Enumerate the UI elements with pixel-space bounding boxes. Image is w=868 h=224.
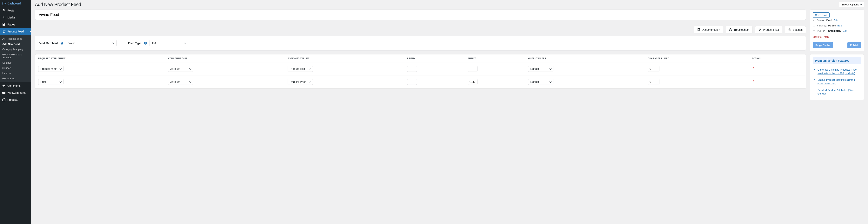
label: Posts xyxy=(7,9,14,12)
publish-button[interactable]: Publish xyxy=(847,42,861,48)
sidebar-item-product-feed[interactable]: Product Feed xyxy=(0,28,31,35)
trash-icon xyxy=(752,80,755,83)
required-attr-select[interactable]: Product name xyxy=(38,66,63,72)
required-attr-select[interactable]: Price xyxy=(38,79,63,85)
screen-options-toggle[interactable]: Screen Options xyxy=(839,2,864,7)
delete-row-button[interactable] xyxy=(752,67,755,70)
submenu-license[interactable]: License xyxy=(0,71,31,76)
edit-visibility-link[interactable]: Edit xyxy=(837,24,842,27)
table-row: Price Attribute Regular Price Default xyxy=(35,76,806,88)
svg-point-3 xyxy=(3,32,4,33)
output-filter-select[interactable]: Default xyxy=(528,66,553,72)
submenu-google-merchant[interactable]: Google Merchant Settings xyxy=(0,52,31,60)
save-draft-button[interactable]: Save Draft xyxy=(813,12,830,18)
premium-feature-link[interactable]: Detailed Product Attributes (Size, Gende… xyxy=(817,88,861,95)
output-filter-select[interactable]: Default xyxy=(528,79,553,85)
sidebar-item-products[interactable]: Products xyxy=(0,96,31,103)
settings-button[interactable]: Settings xyxy=(785,26,806,33)
feed-title-input[interactable] xyxy=(39,12,802,17)
label: Media xyxy=(7,16,15,19)
calendar-icon xyxy=(813,30,815,32)
sidebar-item-woocommerce[interactable]: WooCommerce xyxy=(0,89,31,96)
sidebar-item-posts[interactable]: Posts xyxy=(0,7,31,14)
th-prefix: PREFIX xyxy=(404,54,465,62)
gear-icon xyxy=(788,28,791,31)
edit-schedule-link[interactable]: Edit xyxy=(843,29,847,32)
char-limit-input[interactable] xyxy=(648,79,659,85)
delete-row-button[interactable] xyxy=(752,80,755,83)
publish-box: Save Draft Status: Draft Edit Visibility… xyxy=(810,9,864,51)
chevron-down-icon xyxy=(860,3,862,5)
feed-toolbar: Documentation Troubleshoot Product Filte… xyxy=(35,24,806,36)
premium-feature-item: ✓Detailed Product Attributes (Size, Gend… xyxy=(813,87,861,97)
trash-icon xyxy=(752,67,755,70)
feed-title-card xyxy=(35,9,806,20)
page-title: Add New Product Feed xyxy=(35,2,81,7)
th-action: ACTION xyxy=(749,54,806,62)
th-attr-type: ATTRIBUTE TYPE* xyxy=(165,54,284,62)
th-required: REQUIRED ATTRIBUTES* xyxy=(35,54,165,62)
prefix-input[interactable] xyxy=(407,79,417,85)
assigned-value-select[interactable]: Product Title xyxy=(287,66,313,72)
suffix-input[interactable] xyxy=(468,66,477,72)
th-filter: OUTPUT FILTER xyxy=(525,54,645,62)
th-suffix: SUFFIX xyxy=(465,54,525,62)
attr-type-select[interactable]: Attribute xyxy=(168,66,193,72)
svg-rect-6 xyxy=(2,99,5,101)
assigned-value-select[interactable]: Regular Price xyxy=(287,79,313,85)
main-content: Add New Product Feed Screen Options Docu… xyxy=(31,0,868,224)
schedule-row: Publish immediately Edit xyxy=(813,28,861,33)
submenu-support[interactable]: Support xyxy=(0,65,31,71)
product-filter-button[interactable]: Product Filter xyxy=(755,26,782,33)
label: Pages xyxy=(7,23,15,26)
submenu-settings[interactable]: Settings xyxy=(0,60,31,65)
submenu-category-mapping[interactable]: Category Mapping xyxy=(0,47,31,52)
label: WooCommerce xyxy=(7,91,26,94)
merchant-select[interactable]: Vivino xyxy=(66,40,117,46)
submenu: All Product Feeds Add New Feed Category … xyxy=(0,35,31,82)
media-icon xyxy=(2,16,6,20)
suffix-input[interactable] xyxy=(468,79,477,85)
attr-type-select[interactable]: Attribute xyxy=(168,79,193,85)
premium-feature-link[interactable]: Generate Unlimited Products (Free versio… xyxy=(817,68,861,75)
pin-icon xyxy=(2,8,6,12)
feed-config-card: Feed Merchant ? Vivino Feed Type ? XML xyxy=(35,36,806,50)
cart-icon xyxy=(2,30,6,33)
premium-title: Premium Version Features xyxy=(813,57,861,64)
woo-icon xyxy=(2,91,6,95)
eye-icon xyxy=(813,24,815,27)
submenu-get-started[interactable]: Get Started xyxy=(0,76,31,81)
label: Comments xyxy=(7,84,21,87)
sidebar-item-pages[interactable]: Pages xyxy=(0,21,31,28)
purge-cache-button[interactable]: Purge Cache xyxy=(813,42,833,48)
check-icon: ✓ xyxy=(813,68,815,75)
key-icon xyxy=(813,19,815,22)
svg-rect-2 xyxy=(3,24,5,26)
attributes-table-card: REQUIRED ATTRIBUTES* ATTRIBUTE TYPE* ASS… xyxy=(35,54,806,89)
sidebar-item-media[interactable]: Media xyxy=(0,14,31,21)
sidebar-item-dashboard[interactable]: Dashboard xyxy=(0,0,31,7)
svg-point-4 xyxy=(4,32,5,33)
submenu-add-new[interactable]: Add New Feed xyxy=(0,41,31,47)
premium-feature-item: ✓Unique Product Identifiers (Brand, GTIN… xyxy=(813,77,861,87)
help-icon[interactable]: ? xyxy=(144,42,147,45)
prefix-input[interactable] xyxy=(407,66,417,72)
svg-point-11 xyxy=(814,25,814,26)
char-limit-input[interactable] xyxy=(648,66,659,72)
attributes-table: REQUIRED ATTRIBUTES* ATTRIBUTE TYPE* ASS… xyxy=(35,54,806,88)
documentation-button[interactable]: Documentation xyxy=(694,26,723,33)
help-icon[interactable]: ? xyxy=(61,42,63,45)
filter-icon xyxy=(758,28,762,31)
status-row: Status: Draft Edit xyxy=(813,18,861,23)
submenu-all-feeds[interactable]: All Product Feeds xyxy=(0,36,31,41)
svg-rect-12 xyxy=(813,30,815,32)
move-to-trash-link[interactable]: Move to Trash xyxy=(813,35,829,38)
troubleshoot-button[interactable]: Troubleshoot xyxy=(726,26,753,33)
feed-type-select[interactable]: XML xyxy=(150,40,188,46)
sidebar-item-comments[interactable]: Comments xyxy=(0,82,31,89)
premium-feature-item: ✓Generate Unlimited Products (Free versi… xyxy=(813,66,861,77)
chevron-down-icon xyxy=(112,41,114,44)
premium-feature-link[interactable]: Unique Product Identifiers (Brand, GTIN,… xyxy=(817,78,861,85)
edit-status-link[interactable]: Edit xyxy=(834,19,838,22)
table-row: Product name Attribute Product Title Def… xyxy=(35,62,806,76)
